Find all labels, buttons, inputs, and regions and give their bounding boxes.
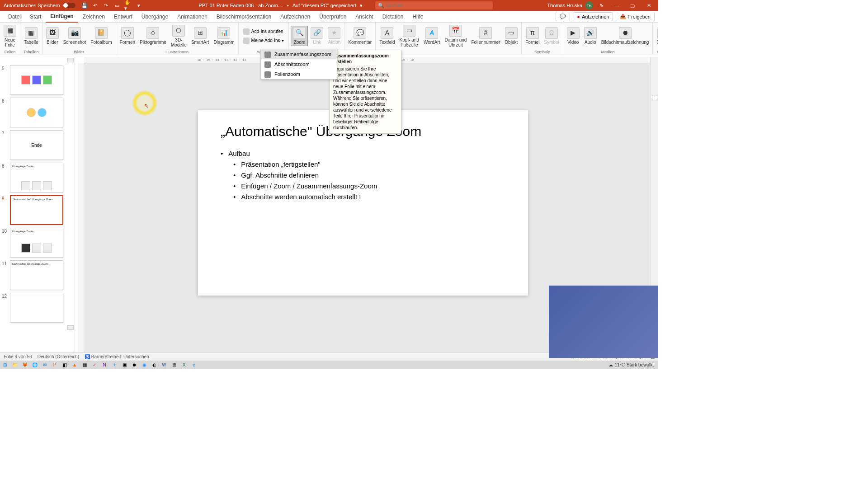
obs-icon[interactable]: ⏺ [129,361,139,369]
slide-thumb-7[interactable]: 7 Ende [10,130,73,160]
tab-ueberpruefen[interactable]: Überprüfen [315,11,351,22]
chrome-icon[interactable]: 🌐 [30,361,40,369]
search-input[interactable] [386,3,490,8]
tabelle-button[interactable]: ▦Tabelle [22,26,40,46]
record-button[interactable]: ●Aufzeichnen [573,12,613,21]
tab-zeichnen[interactable]: Zeichnen [78,11,109,22]
bilder-button[interactable]: 🖼Bilder [44,26,61,46]
datum-button[interactable]: 📅Datum und Uhrzeit [443,24,468,48]
weather-widget[interactable]: ☁ 11°C Stark bewölkt [604,362,658,367]
tab-bildschirmpraesentation[interactable]: Bildschirmpräsentation [212,11,276,22]
tab-aufzeichnen[interactable]: Aufzeichnen [276,11,315,22]
tab-dictation[interactable]: Dictation [378,11,408,22]
slide-counter[interactable]: Folie 9 von 56 [4,354,32,359]
wordart-button[interactable]: AWordArt [422,26,442,46]
video-button[interactable]: ▶Video [565,26,581,46]
slide-canvas[interactable]: „Automatische" Übergänge Zoom Aufbau Prä… [198,110,528,296]
explorer-icon[interactable]: 📁 [10,361,20,369]
formen-button[interactable]: ◯Formen [118,26,137,46]
undo-icon[interactable]: ↶ [92,2,99,9]
panel-down-icon[interactable] [67,325,74,330]
symbol-button[interactable]: ΩSymbol [542,26,561,46]
zoom-button[interactable]: 🔍Zoom [291,26,308,46]
link-button[interactable]: 🔗Link [309,26,325,46]
word-icon[interactable]: W [159,361,169,369]
app-icon-3[interactable]: ▣ [119,361,129,369]
slide-thumb-8[interactable]: 8 Übergänge Zoom [10,163,73,192]
meine-addins-button[interactable]: Meine Add-Ins ▾ [241,37,287,45]
objekt-button[interactable]: ▭Objekt [503,26,519,46]
zoom-menu-section[interactable]: Abschnittszoom [261,59,337,69]
autosave-toggle[interactable] [63,3,75,8]
outlook-icon[interactable]: ✉ [40,361,50,369]
present-icon[interactable]: ▭ [113,2,121,9]
kommentar-button[interactable]: 💬Kommentar [346,26,373,46]
powerpoint-icon[interactable]: P [50,361,60,369]
search-box[interactable]: 🔍 [375,1,493,9]
close-icon[interactable]: ✕ [642,0,656,11]
fotoalbum-button[interactable]: 📔Fotoalbum [89,26,113,46]
piktogramme-button[interactable]: ◇Piktogramme [138,26,168,46]
slide-bullets[interactable]: Aufbau Präsentation „fertigstellen" Ggf.… [221,148,505,202]
slide-panel[interactable]: 5 6 7 Ende 8 Übergänge Zoom 9 "Automatis… [0,57,75,358]
zoom-menu-slide[interactable]: Folienzoom [261,69,337,79]
tab-datei[interactable]: Datei [4,11,25,22]
telegram-icon[interactable]: ✈ [109,361,119,369]
autosave[interactable]: Automatisches Speichern [0,3,79,8]
qa-more-icon[interactable]: ▾ [135,2,142,9]
drawing-icon[interactable]: ✎ [598,2,605,9]
comments-button[interactable]: 💬 [556,12,570,21]
app-icon-5[interactable]: ◐ [149,361,159,369]
app-icon-6[interactable]: ▤ [169,361,179,369]
tab-ansicht[interactable]: Ansicht [351,11,377,22]
maximize-icon[interactable]: ▢ [626,0,639,11]
foliennummer-button[interactable]: #Foliennummer [469,26,502,46]
aktion-button[interactable]: ★Aktion [326,26,342,46]
vlc-icon[interactable]: ▲ [70,361,80,369]
slide-thumb-10[interactable]: 10 Übergänge Zoom [10,228,73,258]
tab-animationen[interactable]: Animationen [173,11,212,22]
tab-start[interactable]: Start [25,11,46,22]
todoist-icon[interactable]: ✓ [90,361,99,369]
collapse-toggle[interactable] [652,95,657,100]
app-icon-4[interactable]: ◉ [139,361,149,369]
textfeld-button[interactable]: ATextfeld [377,26,396,46]
tab-entwurf[interactable]: Entwurf [109,11,137,22]
onenote-icon[interactable]: N [99,361,109,369]
app-icon-1[interactable]: ◧ [60,361,70,369]
kopffuss-button[interactable]: ▭Kopf- und Fußzeile [398,24,421,48]
tab-uebergaenge[interactable]: Übergänge [137,11,173,22]
language-status[interactable]: Deutsch (Österreich) [38,354,79,359]
slide-thumb-6[interactable]: 6 [10,98,73,127]
accessibility-status[interactable]: ♿ Barrierefreiheit: Untersuchen [85,354,149,359]
screenshot-button[interactable]: 📷Screenshot [61,26,88,46]
addins-abrufen-button[interactable]: Add-Ins abrufen [241,28,287,36]
tab-hilfe[interactable]: Hilfe [408,11,428,22]
formel-button[interactable]: πFormel [524,26,541,46]
minimize-icon[interactable]: — [609,0,623,11]
slide-thumb-5[interactable]: 5 [10,65,73,95]
slide-thumb-11[interactable]: 11 Mehrstufige Übergänge Zoom [10,260,73,290]
zoom-menu-summary[interactable]: Zusammenfassungszoom [261,49,337,59]
smartart-button[interactable]: ⊞SmartArt [189,26,211,46]
excel-icon[interactable]: X [179,361,189,369]
firefox-icon[interactable]: 🦊 [20,361,30,369]
slide-thumb-9[interactable]: 9 "Automatische" Übergänge Zoom [10,195,73,225]
slide-thumb-12[interactable]: 12 [10,293,73,323]
tab-einfuegen[interactable]: Einfügen [46,11,78,23]
bildschirmaufzeichnung-button[interactable]: ⏺Bildschirmaufzeichnung [599,26,651,46]
edge-icon[interactable]: e [189,361,199,369]
app-icon-2[interactable]: ▦ [80,361,90,369]
touch-icon[interactable]: ✋▾ [124,2,132,9]
redo-icon[interactable]: ↷ [103,2,110,9]
user-avatar[interactable]: TH [585,1,593,9]
share-button[interactable]: 📤 Freigeben [616,12,655,21]
audio-button[interactable]: 🔊Audio [582,26,599,46]
start-icon[interactable]: ⊞ [0,361,10,369]
neue-folie-button[interactable]: ▦Neue Folie [2,24,18,48]
save-icon[interactable]: 💾 [81,2,88,9]
cameo-button[interactable]: 👤Cameo [655,26,658,46]
3d-modelle-button[interactable]: ⬡3D- Modelle [169,24,189,48]
panel-up-icon[interactable] [67,58,74,62]
diagramm-button[interactable]: 📊Diagramm [212,26,236,46]
